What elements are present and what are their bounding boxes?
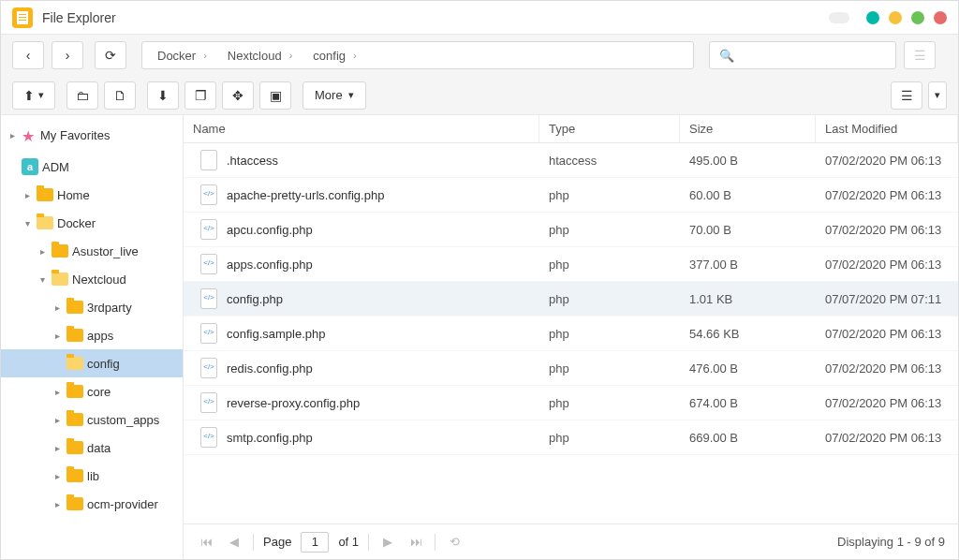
tree-item-home[interactable]: ▸Home bbox=[1, 181, 183, 209]
file-modified: 07/02/2020 PM 06:13 bbox=[816, 431, 958, 445]
page-first[interactable]: ⏮ bbox=[197, 535, 215, 549]
file-row[interactable]: .htaccesshtaccess495.00 B07/02/2020 PM 0… bbox=[184, 143, 958, 178]
app-icon bbox=[12, 7, 33, 28]
download-button[interactable]: ⬇ bbox=[147, 81, 179, 110]
tree-label: lib bbox=[87, 469, 99, 483]
filter-button[interactable]: ☰ bbox=[904, 41, 936, 69]
upload-button[interactable]: ⬆▾ bbox=[12, 81, 55, 110]
page-prev[interactable]: ◀ bbox=[225, 535, 243, 549]
file-icon bbox=[200, 288, 217, 309]
file-type: php bbox=[539, 361, 680, 376]
tree-label: Docker bbox=[57, 216, 96, 230]
col-modified[interactable]: Last Modified bbox=[816, 115, 958, 142]
file-size: 60.00 B bbox=[680, 188, 816, 202]
breadcrumb[interactable]: Docker› Nextcloud› config› bbox=[141, 41, 694, 69]
new-folder-button[interactable]: 🗀 bbox=[66, 81, 98, 110]
disclosure-icon: ▸ bbox=[52, 443, 63, 453]
file-icon bbox=[200, 254, 217, 274]
pagination-bar: ⏮ ◀ Page of 1 ▶ ⏭ ⟲ Displaying 1 - 9 of … bbox=[184, 523, 958, 559]
tree-item-data[interactable]: ▸data bbox=[1, 434, 183, 462]
window-dot-teal[interactable] bbox=[866, 11, 879, 24]
sidebar-adm[interactable]: a ADM bbox=[1, 153, 183, 181]
tree-item-ocm-provider[interactable]: ▸ocm-provider bbox=[1, 490, 183, 518]
disclosure-icon: ▾ bbox=[22, 218, 33, 228]
col-type[interactable]: Type bbox=[539, 115, 680, 142]
file-type: php bbox=[539, 223, 680, 237]
file-row[interactable]: redis.config.phpphp476.00 B07/02/2020 PM… bbox=[184, 351, 958, 386]
page-refresh[interactable]: ⟲ bbox=[445, 535, 464, 549]
crumb-2[interactable]: config bbox=[311, 49, 347, 63]
file-name: .htaccess bbox=[227, 154, 278, 168]
file-row[interactable]: reverse-proxy.config.phpphp674.00 B07/02… bbox=[184, 386, 958, 420]
more-label: More bbox=[315, 88, 343, 102]
page-of: of 1 bbox=[338, 535, 359, 549]
col-name[interactable]: Name bbox=[184, 115, 539, 142]
crumb-1[interactable]: Nextcloud bbox=[226, 49, 284, 63]
file-modified: 07/02/2020 PM 06:13 bbox=[816, 361, 958, 376]
tree-item-nextcloud[interactable]: ▾Nextcloud bbox=[1, 265, 183, 293]
page-last[interactable]: ⏭ bbox=[406, 535, 425, 549]
file-row[interactable]: config.phpphp1.01 KB07/07/2020 PM 07:11 bbox=[184, 282, 958, 317]
file-icon bbox=[200, 358, 217, 378]
tree-item-apps[interactable]: ▸apps bbox=[1, 321, 183, 349]
file-row[interactable]: config.sample.phpphp54.66 KB07/02/2020 P… bbox=[184, 317, 958, 351]
file-row[interactable]: apache-pretty-urls.config.phpphp60.00 B0… bbox=[184, 178, 958, 213]
file-row[interactable]: apcu.config.phpphp70.00 B07/02/2020 PM 0… bbox=[184, 213, 958, 247]
minimize-pill[interactable] bbox=[829, 12, 849, 23]
page-input[interactable] bbox=[301, 532, 329, 553]
tree-label: data bbox=[87, 441, 111, 455]
file-modified: 07/02/2020 PM 06:13 bbox=[816, 327, 958, 341]
select-all-button[interactable]: ▣ bbox=[259, 81, 291, 110]
file-size: 476.00 B bbox=[680, 361, 816, 376]
col-size[interactable]: Size bbox=[680, 115, 816, 142]
file-icon bbox=[200, 219, 217, 240]
tree-item-asustor_live[interactable]: ▸Asustor_live bbox=[1, 237, 183, 265]
search-input[interactable] bbox=[740, 49, 886, 63]
tree-item-lib[interactable]: ▸lib bbox=[1, 462, 183, 490]
window-dot-red[interactable] bbox=[934, 11, 947, 24]
file-row[interactable]: apps.config.phpphp377.00 B07/02/2020 PM … bbox=[184, 247, 958, 282]
titlebar: File Explorer bbox=[1, 1, 958, 35]
folder-icon bbox=[37, 188, 53, 201]
more-button[interactable]: More▾ bbox=[302, 81, 366, 110]
file-name: apps.config.php bbox=[227, 258, 313, 272]
file-name: config.php bbox=[227, 292, 283, 306]
nav-toolbar: ‹ › ⟳ Docker› Nextcloud› config› 🔍 ☰ bbox=[1, 35, 958, 76]
file-icon bbox=[200, 184, 217, 205]
file-type: php bbox=[539, 258, 680, 272]
tree-item-core[interactable]: ▸core bbox=[1, 377, 183, 405]
file-row[interactable]: smtp.config.phpphp669.00 B07/02/2020 PM … bbox=[184, 420, 958, 455]
copy-button[interactable]: ❐ bbox=[184, 81, 216, 110]
search-box[interactable]: 🔍 bbox=[709, 41, 896, 69]
disclosure-icon: ▾ bbox=[37, 274, 48, 285]
file-icon bbox=[200, 150, 217, 170]
crumb-0[interactable]: Docker bbox=[155, 49, 198, 63]
tree-item-3rdparty[interactable]: ▸3rdparty bbox=[1, 293, 183, 321]
file-name: config.sample.php bbox=[227, 327, 326, 341]
file-size: 54.66 KB bbox=[680, 327, 816, 341]
tree-label: Asustor_live bbox=[72, 244, 139, 258]
refresh-button[interactable]: ⟳ bbox=[95, 41, 126, 69]
view-list-button[interactable]: ☰ bbox=[891, 81, 922, 110]
sidebar-favorites[interactable]: ▸ ★ My Favorites bbox=[1, 121, 183, 149]
new-file-button[interactable]: 🗋 bbox=[104, 81, 136, 110]
forward-button[interactable]: › bbox=[52, 41, 83, 69]
move-button[interactable]: ✥ bbox=[222, 81, 254, 110]
display-count: Displaying 1 - 9 of 9 bbox=[837, 535, 945, 549]
tree-label: 3rdparty bbox=[87, 301, 132, 315]
adm-label: ADM bbox=[42, 160, 69, 174]
window-dot-yellow[interactable] bbox=[889, 11, 902, 24]
view-dropdown-button[interactable]: ▾ bbox=[928, 81, 947, 110]
window-dot-green[interactable] bbox=[911, 11, 924, 24]
file-list-panel: Name Type Size Last Modified .htaccessht… bbox=[184, 115, 958, 559]
tree-item-docker[interactable]: ▾Docker bbox=[1, 209, 183, 237]
folder-icon bbox=[66, 385, 83, 398]
back-button[interactable]: ‹ bbox=[12, 41, 44, 69]
page-next[interactable]: ▶ bbox=[378, 535, 397, 549]
file-name: smtp.config.php bbox=[227, 431, 313, 445]
tree-item-config[interactable]: config bbox=[1, 349, 183, 377]
disclosure-icon: ▸ bbox=[52, 331, 63, 341]
tree-item-custom_apps[interactable]: ▸custom_apps bbox=[1, 405, 183, 434]
tree-label: core bbox=[87, 385, 111, 399]
action-toolbar: ⬆▾ 🗀 🗋 ⬇ ❐ ✥ ▣ More▾ ☰ ▾ bbox=[1, 76, 958, 115]
